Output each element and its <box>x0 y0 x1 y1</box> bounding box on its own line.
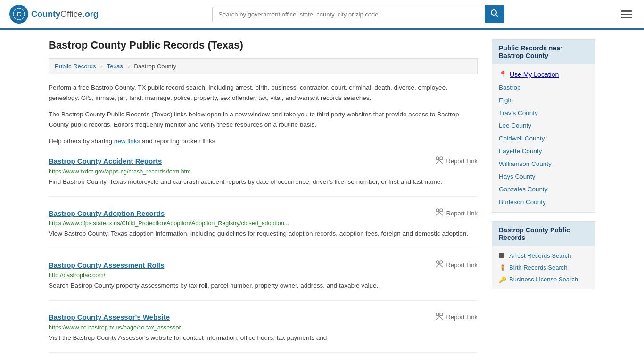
sidebar-nearby-item-2[interactable]: Elgin <box>492 94 595 107</box>
record-title-link[interactable]: Bastrop County Accident Reports <box>49 157 162 165</box>
menu-icon-line2 <box>621 14 632 15</box>
scissors-icon <box>435 156 444 165</box>
record-title-link[interactable]: Bastrop County Assessment Rolls <box>49 261 164 269</box>
svg-text:C: C <box>17 10 21 18</box>
sidebar-nearby-item-6[interactable]: Fayette County <box>492 145 595 157</box>
record-url: https://www.dfps.state.tx.us/Child_Prote… <box>49 220 478 227</box>
business-icon: 🔑 <box>499 276 506 283</box>
breadcrumb: Public Records › Texas › Bastrop County <box>49 58 478 74</box>
breadcrumb-texas[interactable]: Texas <box>107 63 123 70</box>
scissors-icon <box>435 312 444 321</box>
sidebar-nearby-item-7[interactable]: Williamson County <box>492 157 595 170</box>
birth-icon: 🧍 <box>499 264 506 272</box>
arrest-icon <box>499 253 504 258</box>
public-records-section: Bastrop County Public Records Arrest Rec… <box>492 221 595 289</box>
records-list: Bastrop County Accident Reports Report L… <box>49 156 478 353</box>
nearby-link[interactable]: Hays County <box>499 173 535 180</box>
nearby-link[interactable]: Burleson County <box>499 198 546 206</box>
sidebar-record-link[interactable]: Birth Records Search <box>509 264 568 271</box>
sidebar-record-item-2[interactable]: 🔑 Business License Search <box>492 273 595 285</box>
header: C CountyOffice.org <box>0 0 644 30</box>
record-title-row: Bastrop County Assessment Rolls Report L… <box>49 260 478 270</box>
sidebar: Public Records near Bastrop County 📍 Use… <box>492 39 595 362</box>
record-title-row: Bastrop County Accident Reports Report L… <box>49 156 478 166</box>
report-link[interactable]: Report Link <box>435 312 478 322</box>
record-description: View Bastrop County, Texas adoption info… <box>49 229 478 239</box>
location-pin-icon: 📍 <box>499 71 507 78</box>
report-link[interactable]: Report Link <box>435 260 478 270</box>
report-link-label: Report Link <box>446 157 478 165</box>
scissors-icon <box>435 260 444 268</box>
sidebar-record-item-1[interactable]: 🧍 Birth Records Search <box>492 262 595 273</box>
sidebar-record-item-0[interactable]: Arrest Records Search <box>492 250 595 262</box>
record-title-link[interactable]: Bastrop County Adoption Records <box>49 209 165 217</box>
sidebar-record-link[interactable]: Business License Search <box>509 276 578 283</box>
public-records-header: Bastrop County Public Records <box>492 222 595 246</box>
nearby-link[interactable]: Bastrop <box>499 84 521 91</box>
record-description: Find Bastrop County, Texas motorcycle an… <box>49 177 478 187</box>
report-link-label: Report Link <box>446 262 478 269</box>
description-1: Perform a free Bastrop County, TX public… <box>49 82 478 103</box>
nearby-link[interactable]: Fayette County <box>499 148 542 155</box>
sidebar-nearby-item-10[interactable]: Burleson County <box>492 196 595 208</box>
nearby-link[interactable]: Travis County <box>499 109 538 116</box>
search-area <box>212 5 504 23</box>
description-3: Help others by sharing new links and rep… <box>49 136 478 147</box>
report-link-label: Report Link <box>446 210 478 217</box>
use-my-location-link[interactable]: Use My Location <box>510 71 559 78</box>
nearby-link[interactable]: Caldwell County <box>499 135 545 142</box>
sidebar-nearby-item-4[interactable]: Lee County <box>492 119 595 132</box>
record-item: Bastrop County Accident Reports Report L… <box>49 156 478 197</box>
search-input[interactable] <box>212 7 485 22</box>
new-links-link[interactable]: new links <box>114 138 140 145</box>
logo-icon: C <box>9 5 28 24</box>
record-item: Bastrop County Assessor's Website Report… <box>49 312 478 353</box>
nearby-link[interactable]: Gonzales County <box>499 186 548 193</box>
record-description: Search Bastrop County property assessmen… <box>49 281 478 290</box>
report-link[interactable]: Report Link <box>435 156 478 166</box>
nearby-link[interactable]: Williamson County <box>499 160 552 167</box>
svg-rect-20 <box>499 253 504 258</box>
sidebar-nearby-item-5[interactable]: Caldwell County <box>492 132 595 145</box>
report-icon <box>435 260 444 270</box>
report-icon <box>435 156 444 166</box>
content-area: Bastrop County Public Records (Texas) Pu… <box>49 39 478 362</box>
menu-icon-line3 <box>621 17 632 18</box>
sidebar-nearby-item-9[interactable]: Gonzales County <box>492 183 595 196</box>
sidebar-use-location[interactable]: 📍 Use My Location <box>492 68 595 81</box>
main-container: Bastrop County Public Records (Texas) Pu… <box>39 30 605 362</box>
page-title: Bastrop County Public Records (Texas) <box>49 39 478 51</box>
search-button[interactable] <box>485 5 504 23</box>
record-url: https://www.co.bastrop.tx.us/page/co.tax… <box>49 324 478 331</box>
record-title-row: Bastrop County Assessor's Website Report… <box>49 312 478 322</box>
record-url: https://www.txdot.gov/apps-cg/crash_reco… <box>49 168 478 175</box>
sidebar-nearby-item-1[interactable]: Bastrop <box>492 81 595 94</box>
report-icon <box>435 208 444 218</box>
description-2: The Bastrop County Public Records (Texas… <box>49 109 478 130</box>
report-icon <box>435 312 444 322</box>
breadcrumb-public-records[interactable]: Public Records <box>55 63 96 70</box>
report-link-label: Report Link <box>446 313 478 321</box>
record-title-row: Bastrop County Adoption Records Report L… <box>49 208 478 218</box>
sidebar-nearby-item-8[interactable]: Hays County <box>492 170 595 183</box>
sidebar-nearby-item-3[interactable]: Travis County <box>492 107 595 119</box>
logo-text: CountyOffice.org <box>31 9 99 19</box>
record-item: Bastrop County Adoption Records Report L… <box>49 208 478 248</box>
nearby-header: Public Records near Bastrop County <box>492 40 595 64</box>
record-url: http://bastroptac.com/ <box>49 272 478 279</box>
menu-icon-line1 <box>621 10 632 12</box>
logo-area: C CountyOffice.org <box>9 5 99 24</box>
menu-button[interactable] <box>619 8 635 21</box>
records-sidebar-list: Arrest Records Search 🧍 Birth Records Se… <box>492 246 595 289</box>
svg-line-3 <box>496 15 498 17</box>
record-title-link[interactable]: Bastrop County Assessor's Website <box>49 313 170 321</box>
scissors-icon <box>435 208 444 216</box>
nearby-list: 📍 Use My Location BastropElginTravis Cou… <box>492 64 595 212</box>
nearby-section: Public Records near Bastrop County 📍 Use… <box>492 39 595 213</box>
report-link[interactable]: Report Link <box>435 208 478 218</box>
record-item: Bastrop County Assessment Rolls Report L… <box>49 260 478 300</box>
nearby-link[interactable]: Elgin <box>499 97 513 104</box>
sidebar-record-link[interactable]: Arrest Records Search <box>509 252 571 259</box>
nearby-link[interactable]: Lee County <box>499 122 531 129</box>
search-icon <box>490 9 499 17</box>
